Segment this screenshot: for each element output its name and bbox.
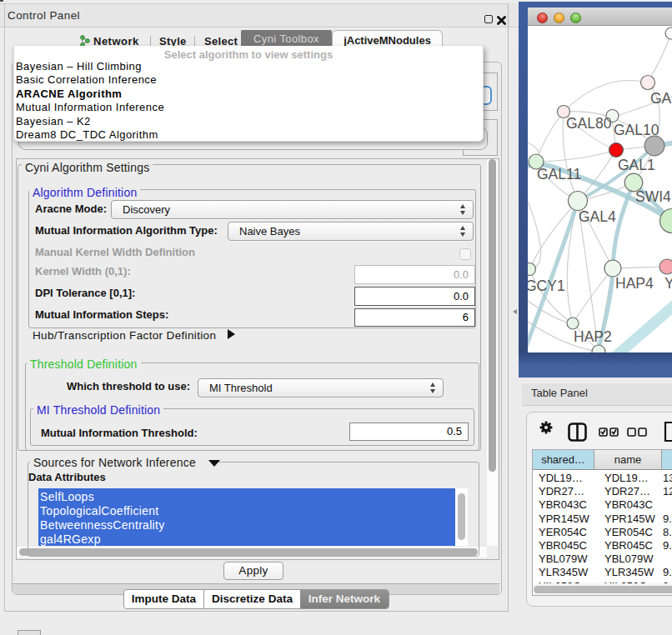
svg-text:HAP4: HAP4 <box>615 275 654 292</box>
svg-text:GAL80: GAL80 <box>566 115 612 132</box>
svg-text:HAP2: HAP2 <box>574 328 612 345</box>
svg-text:GAL1: GAL1 <box>618 157 655 173</box>
svg-text:SWI4: SWI4 <box>635 188 671 205</box>
svg-text:GAL11: GAL11 <box>537 166 581 182</box>
svg-text:GAL7: GAL7 <box>650 90 672 107</box>
svg-text:GAL4: GAL4 <box>579 208 616 225</box>
svg-text:GAL10: GAL10 <box>614 122 659 138</box>
svg-text:GCY1: GCY1 <box>528 278 565 294</box>
svg-text:Y: Y <box>664 275 672 292</box>
